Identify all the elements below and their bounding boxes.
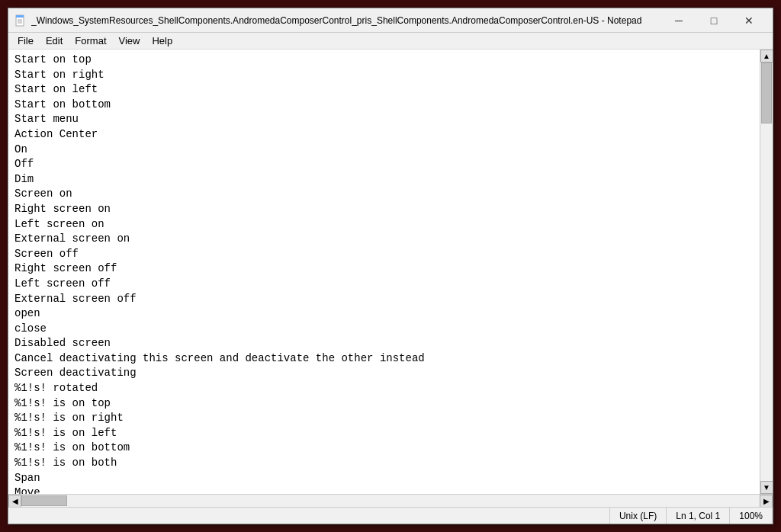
close-button[interactable]: ✕ bbox=[731, 8, 767, 33]
menu-help[interactable]: Help bbox=[146, 34, 178, 48]
minimize-button[interactable]: ─ bbox=[661, 8, 696, 33]
status-position: Ln 1, Col 1 bbox=[667, 508, 730, 524]
status-empty bbox=[8, 508, 610, 524]
bottom-area: ◀ ▶ Unix (LF) Ln 1, Col 1 100% bbox=[8, 494, 773, 524]
horizontal-scrollbar[interactable]: ◀ ▶ bbox=[8, 494, 773, 507]
title-bar: _Windows_SystemResources_ShellComponents… bbox=[8, 8, 773, 33]
scroll-left-arrow[interactable]: ◀ bbox=[8, 495, 21, 508]
menu-edit[interactable]: Edit bbox=[40, 34, 69, 48]
status-encoding: Unix (LF) bbox=[610, 508, 667, 524]
menu-file[interactable]: File bbox=[11, 34, 40, 48]
scroll-track-h[interactable] bbox=[21, 495, 760, 507]
vertical-scrollbar[interactable]: ▲ ▼ bbox=[760, 50, 773, 494]
content-area: Start on top Start on right Start on lef… bbox=[8, 50, 773, 494]
maximize-button[interactable]: □ bbox=[696, 8, 731, 33]
menu-format[interactable]: Format bbox=[69, 34, 112, 48]
window-title: _Windows_SystemResources_ShellComponents… bbox=[31, 15, 661, 26]
app-icon bbox=[14, 14, 27, 27]
scroll-right-arrow[interactable]: ▶ bbox=[760, 495, 773, 508]
menu-bar: File Edit Format View Help bbox=[8, 33, 773, 50]
scroll-thumb-v[interactable] bbox=[761, 62, 772, 123]
text-editor[interactable]: Start on top Start on right Start on lef… bbox=[8, 50, 760, 494]
window-controls: ─ □ ✕ bbox=[661, 8, 767, 33]
scroll-down-arrow[interactable]: ▼ bbox=[760, 481, 773, 494]
svg-rect-1 bbox=[16, 15, 24, 18]
scroll-track-v[interactable] bbox=[760, 62, 773, 481]
scroll-up-arrow[interactable]: ▲ bbox=[760, 50, 773, 62]
notepad-window: _Windows_SystemResources_ShellComponents… bbox=[8, 8, 773, 524]
status-bar: Unix (LF) Ln 1, Col 1 100% bbox=[8, 507, 773, 524]
status-zoom: 100% bbox=[730, 508, 773, 524]
menu-view[interactable]: View bbox=[113, 34, 146, 48]
scroll-thumb-h[interactable] bbox=[21, 495, 67, 506]
